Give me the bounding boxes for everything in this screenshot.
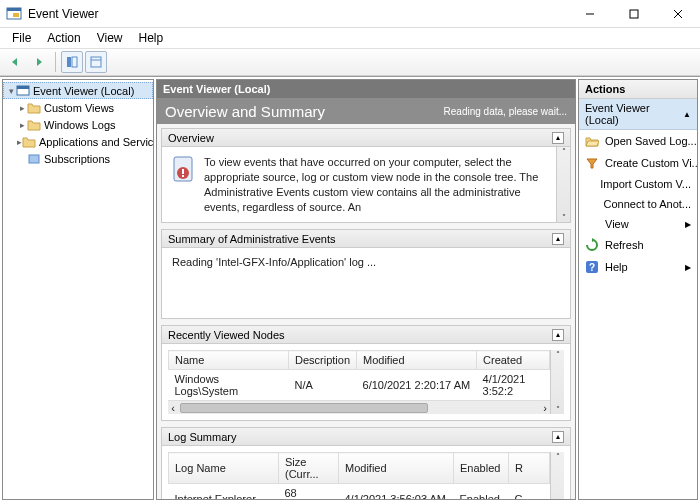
svg-marker-15: [28, 104, 40, 113]
svg-rect-18: [29, 155, 39, 163]
collapse-icon[interactable]: ▴: [552, 233, 564, 245]
svg-marker-25: [587, 159, 597, 168]
actions-context[interactable]: Event Viewer (Local) ▲: [579, 99, 697, 130]
svg-rect-2: [13, 13, 19, 17]
recent-nodes-label: Recently Viewed Nodes: [168, 329, 285, 341]
status-text: Reading data, please wait...: [444, 106, 567, 117]
col-modified[interactable]: Modified: [357, 351, 477, 370]
properties-button[interactable]: [85, 51, 107, 73]
svg-marker-24: [586, 141, 599, 146]
tree-item-custom-views[interactable]: ▸ Custom Views: [3, 99, 153, 116]
collapse-icon[interactable]: ▴: [552, 132, 564, 144]
action-label: Open Saved Log...: [605, 135, 697, 147]
cell-name: Windows Logs\System: [169, 370, 289, 401]
tree-item-subscriptions[interactable]: Subscriptions: [3, 150, 153, 167]
col-name[interactable]: Name: [169, 351, 289, 370]
log-summary-label: Log Summary: [168, 431, 236, 443]
col-created[interactable]: Created: [477, 351, 550, 370]
tree-root-label: Event Viewer (Local): [33, 85, 134, 97]
svg-rect-10: [72, 57, 77, 67]
info-icon: [172, 155, 196, 214]
svg-rect-11: [91, 57, 101, 67]
recent-nodes-header[interactable]: Recently Viewed Nodes ▴: [162, 326, 570, 344]
chevron-right-icon: ▶: [685, 220, 691, 229]
svg-rect-4: [630, 10, 638, 18]
svg-marker-7: [12, 58, 17, 66]
actions-context-label: Event Viewer (Local): [585, 102, 683, 126]
log-summary-header[interactable]: Log Summary ▴: [162, 428, 570, 446]
maximize-button[interactable]: [612, 0, 656, 28]
title-bar: Event Viewer: [0, 0, 700, 28]
col-logname[interactable]: Log Name: [169, 453, 279, 484]
close-button[interactable]: [656, 0, 700, 28]
cell-size: 68 KB/1.0...: [279, 484, 339, 499]
minimize-button[interactable]: [568, 0, 612, 28]
overview-header-label: Overview: [168, 132, 214, 144]
col-modified[interactable]: Modified: [339, 453, 454, 484]
action-view[interactable]: View ▶: [579, 214, 697, 234]
summary-admin-header[interactable]: Summary of Administrative Events ▴: [162, 230, 570, 248]
menu-file[interactable]: File: [4, 29, 39, 47]
cell-created: 4/1/2021 3:52:2: [477, 370, 550, 401]
svg-rect-14: [17, 86, 29, 89]
toolbar: [0, 48, 700, 76]
folder-icon: [27, 101, 41, 115]
recent-nodes-table[interactable]: Name Description Modified Created Window…: [168, 350, 550, 400]
svg-marker-17: [23, 138, 35, 147]
vertical-scrollbar[interactable]: ˄˅: [550, 452, 564, 499]
svg-marker-16: [28, 121, 40, 130]
table-header-row: Name Description Modified Created: [169, 351, 550, 370]
collapse-icon[interactable]: ▾: [6, 86, 16, 96]
col-r[interactable]: R: [509, 453, 550, 484]
col-description[interactable]: Description: [289, 351, 357, 370]
action-label: Connect to Anot...: [604, 198, 691, 210]
tree-item-label: Subscriptions: [44, 153, 110, 165]
summary-admin-section: Summary of Administrative Events ▴ Readi…: [161, 229, 571, 319]
horizontal-scrollbar[interactable]: ‹›: [168, 400, 550, 414]
expand-icon[interactable]: ▸: [17, 120, 27, 130]
show-hide-console-tree-button[interactable]: [61, 51, 83, 73]
col-enabled[interactable]: Enabled: [454, 453, 509, 484]
col-size[interactable]: Size (Curr...: [279, 453, 339, 484]
svg-marker-8: [37, 58, 42, 66]
action-import-custom-view[interactable]: Import Custom V...: [579, 174, 697, 194]
collapse-icon[interactable]: ▲: [683, 110, 691, 119]
subscriptions-icon: [27, 152, 41, 166]
menu-action[interactable]: Action: [39, 29, 88, 47]
folder-icon: [27, 118, 41, 132]
action-create-custom-view[interactable]: Create Custom Vi...: [579, 152, 697, 174]
menu-help[interactable]: Help: [131, 29, 172, 47]
vertical-scrollbar[interactable]: ˄˅: [556, 147, 570, 222]
svg-rect-21: [182, 169, 184, 174]
cell-desc: N/A: [289, 370, 357, 401]
tree-item-windows-logs[interactable]: ▸ Windows Logs: [3, 116, 153, 133]
console-tree[interactable]: ▾ Event Viewer (Local) ▸ Custom Views ▸ …: [2, 79, 154, 500]
tree-item-label: Applications and Services Lo: [39, 136, 154, 148]
expand-icon[interactable]: ▸: [17, 103, 27, 113]
collapse-icon[interactable]: ▴: [552, 431, 564, 443]
vertical-scrollbar[interactable]: ˄˅: [550, 350, 564, 414]
action-help[interactable]: ? Help ▶: [579, 256, 697, 278]
app-icon: [6, 6, 22, 22]
cell-enabled: Enabled: [454, 484, 509, 499]
main-title: Overview and Summary: [165, 103, 325, 120]
back-button[interactable]: [4, 51, 26, 73]
log-summary-table[interactable]: Log Name Size (Curr... Modified Enabled …: [168, 452, 550, 499]
forward-button[interactable]: [28, 51, 50, 73]
tree-root[interactable]: ▾ Event Viewer (Local): [3, 82, 153, 99]
action-refresh[interactable]: Refresh: [579, 234, 697, 256]
table-row[interactable]: Internet Explorer 68 KB/1.0... 4/1/2021 …: [169, 484, 550, 499]
overview-header[interactable]: Overview ▴: [162, 129, 570, 147]
menu-view[interactable]: View: [89, 29, 131, 47]
action-connect-another[interactable]: Connect to Anot...: [579, 194, 697, 214]
actions-title: Actions: [579, 80, 697, 99]
action-label: View: [605, 218, 679, 230]
toolbar-separator: [55, 52, 56, 72]
action-open-saved-log[interactable]: Open Saved Log...: [579, 130, 697, 152]
tree-item-label: Windows Logs: [44, 119, 116, 131]
table-row[interactable]: Windows Logs\System N/A 6/10/2021 2:20:1…: [169, 370, 550, 401]
tree-item-apps-services[interactable]: ▸ Applications and Services Lo: [3, 133, 153, 150]
collapse-icon[interactable]: ▴: [552, 329, 564, 341]
cell-logname: Internet Explorer: [169, 484, 279, 499]
summary-admin-text: Reading 'Intel-GFX-Info/Application' log…: [162, 248, 570, 303]
